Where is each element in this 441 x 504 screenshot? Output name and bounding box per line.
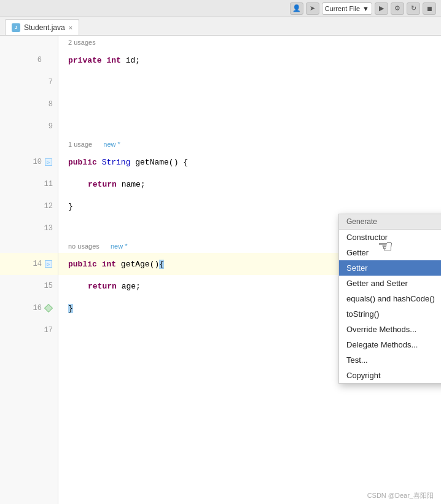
menu-item-equals-label: equals() and hashCode(): [346, 294, 435, 303]
type-string: String: [102, 158, 131, 167]
kw-private: private: [68, 56, 102, 65]
gutter-arrow-10: ▷: [44, 158, 53, 166]
gutter-line-13: 13: [0, 217, 58, 239]
brace-open-14: {: [159, 260, 164, 269]
hint-10-new[interactable]: new *: [103, 141, 120, 148]
line-num-13: 13: [42, 224, 53, 233]
menu-item-constructor[interactable]: Constructor: [339, 230, 441, 245]
line-gutter: 6 7 8 9 10 ▷ 11 12 13 14: [0, 36, 58, 504]
menu-item-equals-hashcode[interactable]: equals() and hashCode(): [339, 291, 441, 306]
gutter-line-9: 9: [0, 115, 58, 138]
kw-return-11: return: [88, 180, 117, 189]
toolbar: 👤 ➤ Current File ▼ ▶ ⚙ ↻ ⏹: [0, 0, 441, 17]
var-id: id;: [126, 56, 140, 65]
line-num-10: 10: [31, 158, 42, 166]
generate-context-menu: Generate Constructor Getter Setter Gette…: [338, 214, 441, 384]
gutter-icon-6: [44, 56, 53, 64]
menu-item-getter-label: Getter: [346, 248, 369, 257]
watermark: CSDN @Dear_喜阳阳: [367, 491, 434, 500]
menu-header: Generate: [339, 214, 441, 230]
brace-close-12: }: [68, 202, 73, 211]
menu-item-copyright[interactable]: Copyright: [339, 368, 441, 383]
var-name: name;: [122, 180, 146, 189]
editor: 6 7 8 9 10 ▷ 11 12 13 14: [0, 36, 441, 504]
gutter-hint-row-14hint: [0, 239, 58, 253]
gutter-line-7: 7: [0, 71, 58, 93]
gutter-arrow-14: ▷: [44, 260, 53, 268]
code-line-9[interactable]: [58, 115, 441, 138]
code-line-7[interactable]: [58, 71, 441, 93]
gutter-hint-row-10hint: [0, 138, 58, 151]
gutter-line-11: 11: [0, 173, 58, 195]
menu-item-override-label: Override Methods...: [346, 325, 416, 334]
gutter-diamond-16: [44, 304, 53, 312]
run-btn[interactable]: ▶: [375, 2, 388, 15]
gutter-line-10: 10 ▷: [0, 151, 58, 173]
current-file-label: Current File: [325, 5, 360, 12]
kw-int-6: int: [106, 56, 120, 65]
menu-item-delegate-label: Delegate Methods...: [346, 340, 418, 349]
hint-14-usages: no usages: [68, 242, 100, 250]
line-num-6: 6: [31, 56, 42, 64]
line-num-15: 15: [42, 282, 53, 290]
gutter-line-8: 8: [0, 93, 58, 115]
line-num-9: 9: [42, 122, 53, 131]
user-icon-btn[interactable]: 👤: [290, 2, 303, 15]
fn-getName: getName: [135, 158, 169, 167]
java-file-icon: J: [12, 23, 20, 32]
paren-14: (): [150, 260, 160, 269]
current-file-dropdown[interactable]: Current File ▼: [322, 2, 372, 15]
menu-item-constructor-label: Constructor: [346, 233, 388, 242]
menu-item-tostring-label: toString(): [346, 309, 379, 319]
menu-item-delegate[interactable]: Delegate Methods...: [339, 337, 441, 352]
stop-btn[interactable]: ⏹: [423, 2, 436, 15]
code-area: 2 usages private int id; 1 usage new *: [58, 36, 441, 504]
line-num-14: 14: [31, 260, 42, 268]
tab-label: Student.java: [24, 23, 65, 32]
menu-item-test[interactable]: Test...: [339, 352, 441, 368]
brace-close-16: }: [68, 304, 73, 313]
arrow-btn[interactable]: ➤: [306, 2, 319, 15]
gutter-line-17: 17: [0, 319, 58, 341]
menu-item-setter[interactable]: Setter: [339, 260, 441, 276]
hint-10-usages: 1 usage: [68, 141, 92, 148]
tab-student-java[interactable]: J Student.java ×: [5, 19, 79, 35]
gutter-line-15: 15: [0, 275, 58, 297]
menu-item-tostring[interactable]: toString(): [339, 306, 441, 322]
line-num-17: 17: [42, 326, 53, 335]
line-num-8: 8: [42, 100, 53, 109]
hint-line-6: 2 usages: [58, 36, 441, 49]
gutter-hint-row-6hint: [0, 36, 58, 49]
line-num-16: 16: [31, 304, 42, 312]
hint-line-10: 1 usage new *: [58, 138, 441, 151]
reload-btn[interactable]: ↻: [407, 2, 420, 15]
gutter-line-12: 12: [0, 195, 58, 217]
menu-item-getter[interactable]: Getter: [339, 245, 441, 260]
build-btn[interactable]: ⚙: [391, 2, 404, 15]
tab-bar: J Student.java ×: [0, 17, 441, 36]
code-line-11[interactable]: return name;: [58, 173, 441, 195]
code-line-6[interactable]: private int id;: [58, 49, 441, 71]
paren-10: () {: [169, 158, 188, 167]
gutter-line-16: 16: [0, 297, 58, 319]
hint-6-usages: 2 usages: [68, 39, 96, 46]
gutter-line-14: 14 ▷: [0, 253, 58, 275]
var-age: age;: [122, 282, 141, 291]
line-num-11: 11: [42, 180, 53, 188]
menu-item-override[interactable]: Override Methods... Ctrl+O: [339, 322, 441, 337]
code-line-10[interactable]: public String getName() {: [58, 151, 441, 173]
menu-item-copyright-label: Copyright: [346, 371, 381, 380]
kw-public-10: public: [68, 158, 97, 167]
hint-14-new[interactable]: new *: [111, 242, 128, 250]
dropdown-arrow: ▼: [362, 5, 369, 12]
kw-public-14: public: [68, 260, 97, 269]
menu-item-getter-setter[interactable]: Getter and Setter: [339, 276, 441, 291]
menu-item-setter-label: Setter: [346, 263, 368, 273]
fn-getAge: getAge: [121, 260, 150, 269]
line-num-7: 7: [42, 78, 53, 87]
menu-item-getter-setter-label: Getter and Setter: [346, 279, 408, 288]
code-line-8[interactable]: [58, 93, 441, 115]
menu-item-test-label: Test...: [346, 355, 368, 365]
tab-close-btn[interactable]: ×: [69, 24, 72, 31]
kw-int-14: int: [102, 260, 116, 269]
